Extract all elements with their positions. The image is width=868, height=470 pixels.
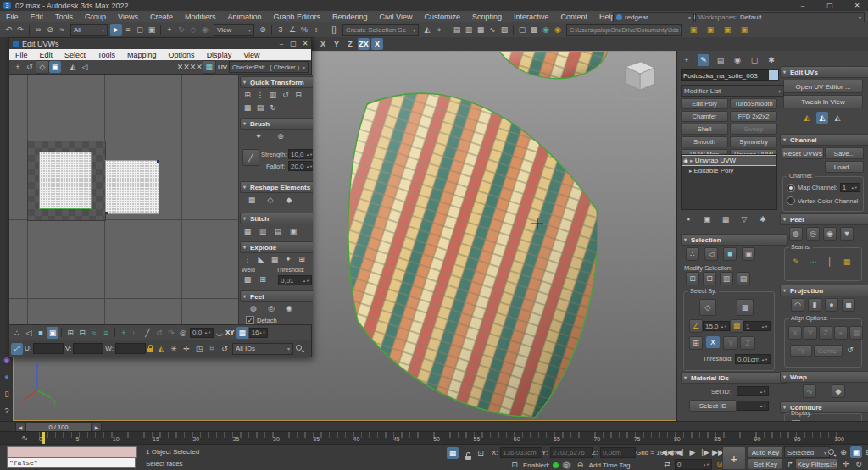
show-end-result-icon[interactable]: ▣ (701, 213, 713, 225)
named-selection-set-field[interactable]: Create Selection Se ▾ (342, 24, 419, 36)
detach-option[interactable]: ✓ Detach (246, 316, 277, 324)
render-iterative-icon[interactable]: ◉ (552, 24, 564, 36)
close-button[interactable]: ✕ (851, 1, 863, 9)
exp-face-seams-icon[interactable]: ▦ (841, 256, 853, 268)
z-coordinate-field[interactable]: 0,0cm (600, 447, 636, 458)
menu-content[interactable]: Content (554, 13, 593, 21)
spline-wrap-icon[interactable]: ∿ (803, 384, 816, 398)
v-field[interactable] (73, 343, 103, 354)
wrap-rollout[interactable]: Wrap (780, 371, 868, 383)
planar-x-button[interactable]: X (706, 336, 720, 348)
spinner-arrows[interactable]: ▲▼ (703, 463, 709, 466)
falloff-field[interactable]: 20,0 ▲▼ (288, 161, 313, 171)
checker-texture-dropdown[interactable]: CheckerPatt...( Checker ) ▾ (229, 61, 309, 73)
menu-tools[interactable]: Tools (49, 13, 79, 21)
ribbon-toggle-icon[interactable]: ▦ (475, 24, 487, 36)
uv-maximize-button[interactable]: ▢ (287, 40, 299, 48)
menu-modifiers[interactable]: Modifiers (179, 13, 222, 21)
menu-edit[interactable]: Edit (25, 13, 50, 21)
uv-move-icon[interactable]: + (12, 61, 24, 73)
previous-frame-button[interactable]: ◀| (674, 446, 686, 458)
zoom-extents-all-icon[interactable]: ⊞ (863, 446, 868, 458)
modifier-stack[interactable]: ◉ ▸ Unwrap UVW ▸ Editable Poly (681, 154, 777, 210)
spinner-arrows[interactable]: ▲▼ (761, 325, 768, 328)
planar-angle-field[interactable]: 15,0 ▲▼ (703, 321, 730, 331)
soft-selection-icon[interactable]: ◎ (177, 327, 189, 339)
window-crossing-icon[interactable]: ▣ (146, 24, 158, 36)
modifier-button-sweep[interactable]: Sweep (730, 124, 777, 135)
spinner-arrows[interactable]: ▲▼ (721, 325, 727, 328)
absolute-mode-icon[interactable]: ⊡ (475, 447, 487, 459)
planar-z-button[interactable]: Z (740, 336, 755, 350)
detach-checkbox[interactable]: ✓ (246, 316, 254, 324)
strength-field[interactable]: 10,0 ▲▼ (288, 149, 313, 159)
align-icon[interactable]: ⌖ (433, 24, 445, 36)
load-button[interactable]: Load... (825, 161, 864, 173)
uv-grid-snap-icon[interactable]: ▦ (236, 327, 248, 339)
modifier-button-smooth[interactable]: Smooth (681, 136, 728, 147)
weld-threshold-field[interactable]: 0,01 ▲▼ (278, 275, 312, 285)
reset-projection-icon[interactable]: ↺ (844, 344, 856, 356)
shrink-selection-icon[interactable]: ⊟ (76, 327, 88, 339)
pin-stack-icon[interactable]: ▪ (682, 213, 694, 225)
select-by-texture-icon[interactable]: ▩ (737, 299, 754, 316)
rectangular-selection-icon[interactable]: ◻ (134, 24, 146, 36)
menu-rendering[interactable]: Rendering (326, 13, 374, 21)
relax-icon[interactable]: ◇ (264, 194, 276, 206)
convert-dim-icon[interactable]: ↺ (153, 327, 165, 339)
constrain-z-button[interactable]: Z (344, 38, 356, 50)
material-ids-rollout[interactable]: Material IDs (681, 372, 788, 384)
stitch-target-icon[interactable]: ▣ (287, 225, 299, 237)
paint-move-brush-icon[interactable]: ✦ (253, 130, 264, 142)
uv-mirror-icon[interactable]: ◭ (67, 61, 79, 73)
menu-civil-view[interactable]: Civil View (374, 13, 419, 21)
mini-curve-editor-icon[interactable]: ∿ (19, 433, 31, 443)
peel-rollout[interactable]: Peel (780, 213, 868, 225)
grow-icon[interactable]: ⊞ (686, 272, 699, 285)
motion-tab[interactable]: ◉ (732, 54, 743, 66)
shrink-icon[interactable]: ⊟ (703, 272, 716, 285)
uv-freeform-icon[interactable]: ▣ (49, 61, 61, 73)
track-bar[interactable]: ∿ 05101520253035404550556065707580859095… (0, 431, 868, 445)
isolate-selection-icon[interactable]: ▦ (447, 447, 459, 459)
project-path-dropdown[interactable]: C:\Users\palop\OneDrive\Dokumenty\3ds Ma… (566, 24, 682, 36)
spinner-arrows[interactable]: ▲▼ (760, 405, 766, 407)
modifier-button-edit-poly[interactable]: Edit Poly (681, 98, 728, 109)
set-key-button[interactable]: Set Key (748, 458, 783, 470)
save-plus-icon[interactable]: ▣ (704, 24, 716, 36)
menu-create[interactable]: Create (144, 13, 179, 21)
edge-ring-icon[interactable]: ≡ (100, 327, 112, 339)
ignore-backfacing-icon[interactable]: ◇ (699, 299, 716, 316)
open-uv-editor-button[interactable]: Open UV Editor ... (783, 80, 863, 93)
menu-scripting[interactable]: Scripting (466, 13, 508, 21)
next-frame-button[interactable]: |▶ (699, 446, 711, 458)
set-id-field[interactable]: ▲▼ (737, 386, 769, 396)
eye-icon[interactable]: ◉ (683, 158, 688, 164)
modifier-button-symmetry[interactable]: Symmetry (730, 136, 777, 147)
help-circle-icon[interactable]: ? (1, 405, 13, 417)
constrain-y-button[interactable]: Y (331, 38, 342, 50)
reference-coordinate-dropdown[interactable]: View ▾ (214, 24, 254, 36)
uv-mirror-gold-icon[interactable]: ◭ (155, 343, 167, 355)
modifier-button-turbosmooth[interactable]: TurboSmooth (730, 98, 777, 109)
select-and-move-icon[interactable]: + (164, 24, 175, 36)
rendered-frame-icon[interactable]: ▩ (528, 24, 540, 36)
render-setup-icon[interactable]: ▢ (516, 24, 528, 36)
stitch-rollout[interactable]: Stitch (240, 213, 313, 224)
modifier-button-ffd-2x2x2[interactable]: FFD 2x2x2 (730, 111, 777, 122)
select-id-button[interactable]: Select ID (689, 400, 737, 412)
edge-to-seam-icon[interactable]: ∟ (130, 327, 142, 339)
explode-vertex-icon[interactable]: ⋮ (242, 253, 253, 265)
modifier-button-chamfer[interactable]: Chamfer (681, 111, 728, 122)
menu-select[interactable]: Select (58, 51, 92, 59)
zoom-region-icon[interactable]: ◳ (827, 458, 839, 470)
grid-size-field[interactable]: 16 ▲▼ (249, 328, 268, 338)
uv-rotate-icon[interactable]: ↺ (24, 61, 36, 73)
spinner-arrows[interactable]: ▲▼ (204, 331, 211, 334)
center-button[interactable]: Center (814, 345, 843, 357)
menu-display[interactable]: Display (201, 51, 238, 59)
align-x-button[interactable]: X (788, 326, 802, 340)
menu-views[interactable]: Views (112, 13, 144, 21)
revert-icon[interactable]: ↺ (219, 343, 231, 355)
box-map-icon[interactable]: ◼ (842, 298, 855, 312)
